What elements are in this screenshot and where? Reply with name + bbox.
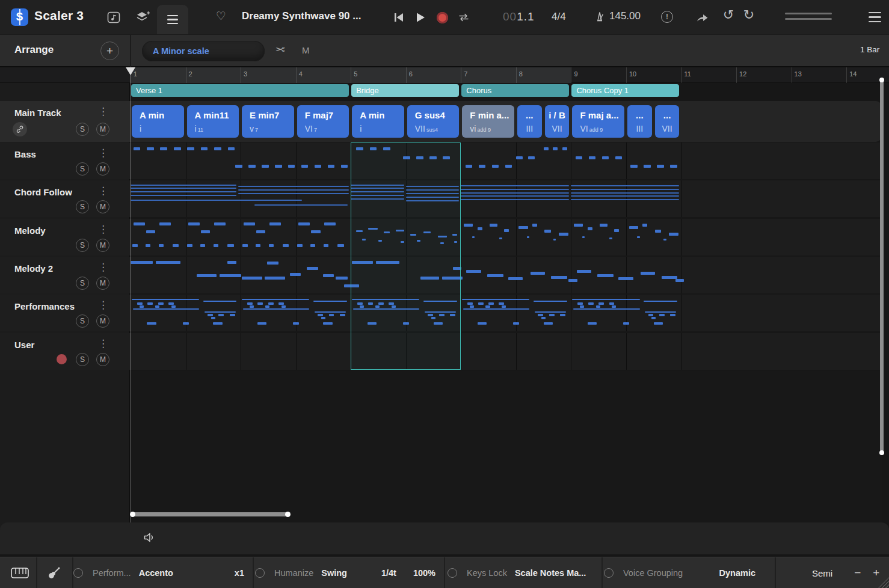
note-lane-melody-2[interactable]	[131, 257, 882, 293]
track-mute-button[interactable]: M	[96, 123, 109, 136]
track-header-melody-2[interactable]: Melody 2⋮SM	[0, 257, 131, 293]
track-solo-button[interactable]: S	[76, 200, 89, 213]
vscroll-bottom-handle[interactable]	[879, 450, 884, 455]
toggle-circle-icon[interactable]	[255, 568, 265, 578]
track-header-chord-follow[interactable]: Chord Follow⋮SM	[0, 180, 131, 217]
control-extra-value[interactable]: 1/4t	[381, 568, 396, 578]
bridge-selection-box[interactable]	[351, 142, 461, 370]
guitar-view-button[interactable]	[38, 557, 70, 588]
track-header-performances[interactable]: Performances⋮SM	[0, 295, 131, 331]
control-value[interactable]: Dynamic	[719, 568, 755, 578]
control-value[interactable]: Scale Notes Ma...	[515, 568, 586, 578]
track-menu-icon[interactable]: ⋮	[98, 261, 108, 274]
keyboard-view-button[interactable]	[5, 557, 34, 588]
track-header-main-track[interactable]: Main Track⋮SM	[0, 101, 131, 142]
section-chorus-copy-1[interactable]: Chorus Copy 1	[571, 84, 679, 97]
track-solo-button[interactable]: S	[76, 314, 89, 328]
time-signature[interactable]: 4/4	[552, 11, 566, 23]
track-menu-icon[interactable]: ⋮	[98, 299, 108, 311]
control-extra-value[interactable]: 100%	[413, 568, 435, 578]
note-lane-bass[interactable]	[131, 142, 882, 179]
grid-size-label[interactable]: 1 Bar	[860, 45, 879, 54]
track-menu-icon[interactable]: ⋮	[98, 105, 108, 118]
browser-icon[interactable]	[106, 10, 122, 25]
chord-block[interactable]: ...VII	[655, 105, 680, 138]
track-mute-button[interactable]: M	[96, 162, 109, 176]
main-menu-icon[interactable]	[869, 12, 881, 22]
control-extra-value[interactable]: x1	[235, 568, 244, 578]
track-solo-button[interactable]: S	[76, 239, 89, 252]
speaker-icon[interactable]	[143, 531, 156, 544]
track-solo-button[interactable]: S	[76, 123, 89, 136]
undo-icon[interactable]: ↺	[721, 7, 736, 23]
track-mute-button[interactable]: M	[96, 277, 109, 290]
scale-selector[interactable]: A Minor scale	[142, 41, 265, 61]
vertical-scrollbar[interactable]	[880, 78, 884, 455]
track-header-bass[interactable]: Bass⋮SM	[0, 142, 131, 179]
tempo-control[interactable]: 145.00	[594, 10, 641, 22]
track-header-melody[interactable]: Melody⋮SM	[0, 219, 131, 256]
section-verse-1[interactable]: Verse 1	[131, 84, 349, 97]
toggle-circle-icon[interactable]	[73, 568, 83, 578]
section-chorus[interactable]: Chorus	[461, 84, 569, 97]
track-mute-button[interactable]: M	[96, 314, 109, 328]
track-solo-button[interactable]: S	[76, 277, 89, 290]
chord-block[interactable]: G sus4VIIsus4	[407, 105, 460, 138]
session-title[interactable]: Dreamy Synthwave 90 ...	[242, 10, 361, 22]
track-menu-icon[interactable]: ⋮	[98, 147, 108, 159]
chord-block[interactable]: ...III	[517, 105, 542, 138]
vscroll-top-handle[interactable]	[879, 78, 884, 82]
track-solo-button[interactable]: S	[76, 162, 89, 176]
add-section-button[interactable]: +	[100, 41, 119, 60]
scissors-icon[interactable]: ✂	[275, 43, 285, 57]
redo-icon[interactable]: ↻	[741, 7, 757, 23]
chord-block[interactable]: E min7v7	[242, 105, 294, 138]
chord-numeral-sub: add 9	[589, 127, 603, 133]
track-header-user[interactable]: User⋮SM	[0, 333, 131, 370]
midi-mode-label[interactable]: M	[302, 45, 310, 55]
horizontal-scrollbar[interactable]	[131, 512, 289, 516]
track-mute-button[interactable]: M	[96, 353, 109, 366]
note-lane-melody[interactable]	[131, 219, 882, 256]
chord-block[interactable]: F min a...viadd 9	[462, 105, 514, 138]
chord-block[interactable]: F maj7VI7	[297, 105, 349, 138]
layers-add-icon[interactable]	[135, 10, 151, 25]
playhead-marker[interactable]	[126, 67, 135, 75]
favorite-icon[interactable]: ♡	[216, 9, 226, 23]
skip-to-start-button[interactable]	[391, 10, 407, 25]
track-mute-button[interactable]: M	[96, 200, 109, 213]
chord-block[interactable]: A min11i11	[187, 105, 239, 138]
chord-block[interactable]: A mini	[132, 105, 184, 138]
share-icon[interactable]	[694, 10, 710, 25]
tab-arrange-view[interactable]	[157, 5, 188, 34]
chord-block[interactable]: A mini	[352, 105, 404, 138]
section-bridge[interactable]: Bridge	[351, 84, 459, 97]
link-icon[interactable]	[13, 122, 27, 136]
track-mute-button[interactable]: M	[96, 239, 109, 252]
app-logo[interactable]: S	[11, 8, 28, 26]
scrollbar-right-handle[interactable]	[285, 512, 291, 517]
note-lane-chord-follow[interactable]	[131, 180, 882, 217]
chord-block[interactable]: i / BVII	[545, 105, 570, 138]
semi-plus-button[interactable]: +	[870, 566, 882, 580]
mixer-handle-icon[interactable]	[785, 13, 832, 23]
chord-block[interactable]: F maj a...VIadd 9	[572, 105, 624, 138]
note-lane-user[interactable]	[131, 333, 882, 370]
loop-button[interactable]	[456, 10, 472, 25]
toggle-circle-icon[interactable]	[448, 568, 457, 578]
track-menu-icon[interactable]: ⋮	[98, 337, 108, 350]
note-lane-performances[interactable]	[131, 295, 882, 331]
play-button[interactable]	[413, 10, 428, 25]
chord-block[interactable]: ...III	[627, 105, 652, 138]
track-solo-button[interactable]: S	[76, 353, 89, 366]
control-value[interactable]: Accento	[139, 568, 173, 578]
track-menu-icon[interactable]: ⋮	[98, 223, 108, 236]
semi-minus-button[interactable]: −	[852, 566, 863, 580]
record-arm-dot[interactable]	[57, 354, 67, 364]
info-icon[interactable]: !	[661, 11, 673, 23]
scrollbar-left-handle[interactable]	[130, 512, 135, 517]
track-menu-icon[interactable]: ⋮	[98, 185, 108, 197]
control-value[interactable]: Swing	[321, 568, 347, 578]
toggle-circle-icon[interactable]	[604, 568, 614, 578]
record-button[interactable]	[434, 10, 450, 25]
